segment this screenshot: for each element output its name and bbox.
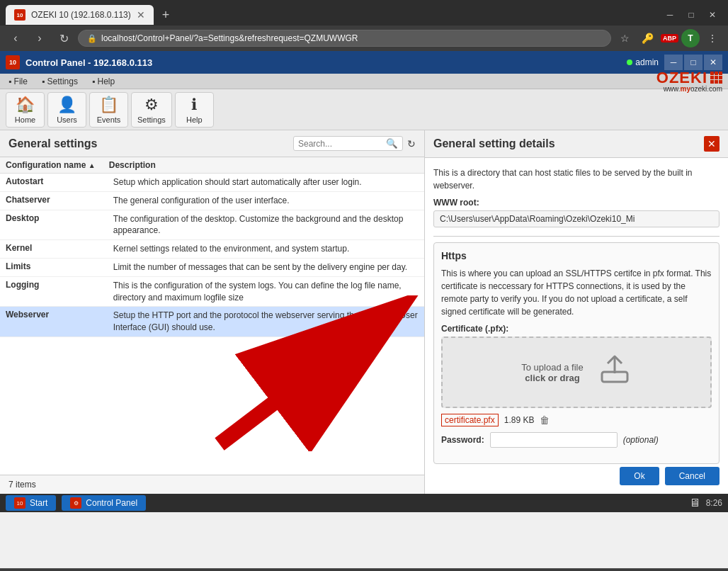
reload-button[interactable]: ↻	[54, 28, 74, 48]
home-label: Home	[15, 115, 35, 124]
events-button[interactable]: 📋 Events	[89, 92, 128, 128]
upload-icon	[598, 352, 632, 392]
profile-button[interactable]: T	[681, 29, 700, 47]
help-label: Help	[186, 115, 203, 124]
back-button[interactable]: ‹	[6, 28, 25, 48]
tab-favicon: 10	[14, 9, 25, 21]
download-bar: 📄 certificate.pfx ∧ Show all ✕	[0, 568, 728, 571]
search-input[interactable]	[298, 139, 383, 149]
item-count: 7 items	[8, 480, 36, 490]
menu-file[interactable]: File	[6, 76, 30, 87]
cert-label: Certificate (.pfx):	[441, 324, 712, 334]
table-row[interactable]: Kernel Kernel settings related to the en…	[0, 240, 424, 259]
forward-button[interactable]: ›	[30, 28, 50, 48]
settings-label: Settings	[137, 115, 166, 124]
table-row[interactable]: Limits Limit the number of messages that…	[0, 259, 424, 277]
password-input[interactable]	[490, 432, 618, 448]
right-panel-body: This is a directory that can host static…	[425, 158, 728, 494]
row-desc: Limit the number of messages that can be…	[113, 261, 419, 273]
app-maximize-button[interactable]: □	[684, 55, 703, 70]
password-row: Password: (optional)	[441, 432, 712, 448]
key-button[interactable]: 🔑	[638, 28, 658, 48]
menu-settings[interactable]: Settings	[39, 76, 81, 87]
www-root-label: WWW root:	[433, 198, 720, 208]
cancel-button[interactable]: Cancel	[665, 467, 720, 485]
status-indicator	[627, 60, 632, 65]
right-panel-header: General setting details ✕	[425, 130, 728, 158]
right-panel: General setting details ✕ This is a dire…	[425, 130, 728, 494]
new-tab-button[interactable]: +	[157, 5, 176, 26]
menu-help[interactable]: Help	[89, 76, 118, 87]
toolbar: 🏠 Home 👤 Users 📋 Events ⚙ Settings ℹ Hel…	[0, 89, 728, 130]
events-icon: 📋	[99, 96, 118, 114]
app-favicon: 10	[6, 55, 20, 69]
browser-minimize-button[interactable]: ─	[660, 8, 680, 22]
delete-file-icon[interactable]: 🗑	[540, 414, 550, 426]
row-desc: Setup the HTTP port and the porotocol th…	[113, 310, 419, 334]
main-content-wrapper: General settings 🔍 ↻ Configuration name …	[0, 130, 728, 494]
table-row[interactable]: Logging This is the configuration of the…	[0, 277, 424, 307]
menu-button[interactable]: ⋮	[703, 28, 722, 48]
file-link[interactable]: certificate.pfx	[441, 414, 499, 426]
tab-title: OZEKI 10 (192.168.0.113)	[31, 10, 131, 20]
row-name: Webserver	[6, 310, 113, 320]
browser-close-button[interactable]: ✕	[703, 8, 722, 22]
right-panel-close-button[interactable]: ✕	[704, 136, 720, 152]
left-panel: General settings 🔍 ↻ Configuration name …	[0, 130, 425, 494]
abp-badge: ABP	[661, 34, 678, 43]
status-bar: 10 Start ⚙ Control Panel 🖥 8:26	[0, 494, 728, 512]
app-titlebar: 10 Control Panel - 192.168.0.113 admin ─…	[0, 51, 728, 74]
settings-icon: ⚙	[144, 96, 159, 114]
col-desc-header: Description	[109, 160, 419, 170]
row-desc: The general configuration of the user in…	[113, 195, 419, 207]
description-text: This is a directory that can host static…	[433, 166, 720, 192]
home-button[interactable]: 🏠 Home	[6, 92, 45, 128]
tab-close-button[interactable]: ✕	[137, 9, 145, 21]
start-label: Start	[30, 498, 47, 508]
browser-toolbar-actions: ☆ 🔑 ABP T ⋮	[615, 28, 722, 48]
logo-text: OZEKI	[656, 70, 707, 86]
https-description: This is where you can upload an SSL/HTTP…	[441, 267, 712, 318]
https-title: Https	[441, 250, 712, 261]
search-box: 🔍	[293, 136, 403, 151]
home-icon: 🏠	[16, 96, 35, 114]
menu-bar: File Settings Help OZEKI www.myozeki.com	[0, 74, 728, 89]
browser-maximize-button[interactable]: □	[681, 8, 701, 22]
table-header: Configuration name ▲ Description	[0, 157, 424, 174]
control-panel-button[interactable]: ⚙ Control Panel	[62, 495, 146, 511]
start-button[interactable]: 10 Start	[6, 495, 56, 511]
refresh-button[interactable]: ↻	[407, 138, 416, 149]
url-text: localhost/Control+Panel/?a=Settings&refr…	[101, 33, 358, 43]
app-minimize-button[interactable]: ─	[664, 55, 683, 70]
users-button[interactable]: 👤 Users	[47, 92, 86, 128]
table-row[interactable]: Chatserver The general configuration of …	[0, 192, 424, 210]
file-size: 1.89 KB	[504, 415, 535, 425]
users-label: Users	[57, 115, 77, 124]
start-icon: 10	[14, 497, 25, 509]
upload-area[interactable]: To upload a file click or drag	[441, 337, 712, 408]
help-button[interactable]: ℹ Help	[175, 92, 214, 128]
table-row-selected[interactable]: Webserver Setup the HTTP port and the po…	[0, 307, 424, 337]
row-name: Autostart	[6, 176, 113, 186]
password-label: Password:	[441, 435, 484, 445]
address-bar[interactable]: 🔒 localhost/Control+Panel/?a=Settings&re…	[78, 30, 611, 47]
toolbar-buttons: 🏠 Home 👤 Users 📋 Events ⚙ Settings ℹ Hel…	[6, 92, 214, 128]
settings-button[interactable]: ⚙ Settings	[131, 92, 172, 128]
logo-url: www.myozeki.com	[664, 86, 722, 93]
users-icon: 👤	[57, 96, 76, 114]
ok-button[interactable]: Ok	[620, 467, 659, 485]
table-row[interactable]: Desktop The configuration of the desktop…	[0, 210, 424, 241]
app-close-button[interactable]: ✕	[704, 55, 722, 70]
app-window: 10 Control Panel - 192.168.0.113 admin ─…	[0, 51, 728, 568]
col-name-header[interactable]: Configuration name ▲	[6, 160, 109, 170]
bookmark-button[interactable]: ☆	[615, 28, 635, 48]
help-icon: ℹ	[191, 96, 197, 114]
clock-time: 8:26	[706, 498, 722, 508]
table-row[interactable]: Autostart Setup which application should…	[0, 174, 424, 192]
control-panel-icon: ⚙	[70, 497, 81, 509]
search-button[interactable]: 🔍	[386, 138, 398, 149]
file-info: certificate.pfx 1.89 KB 🗑	[441, 414, 712, 426]
active-tab[interactable]: 10 OZEKI 10 (192.168.0.113) ✕	[6, 5, 154, 25]
control-panel-label: Control Panel	[86, 498, 137, 508]
ozeki-logo: OZEKI www.myozeki.com	[656, 70, 722, 93]
